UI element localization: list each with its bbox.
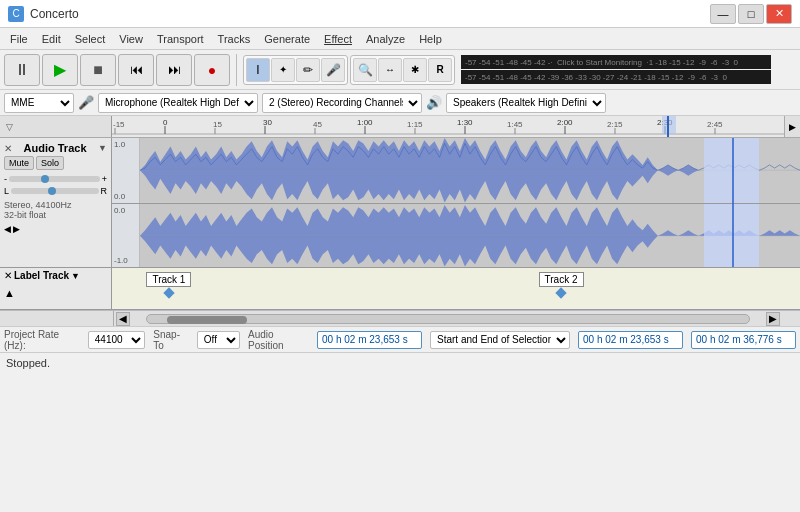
output-select[interactable]: Speakers (Realtek High Definiti [446,93,606,113]
svg-text:-15: -15 [113,120,125,129]
mic-tool[interactable]: 🎤 [321,58,345,82]
audio-track-controls: ✕ Audio Track ▼ Mute Solo - + L [0,138,112,267]
scroll-track[interactable] [146,314,750,324]
svg-text:2:15: 2:15 [607,120,623,129]
pan-left-label: L [4,186,9,196]
audio-track-dropdown[interactable]: ▼ [98,143,107,153]
audio-pos-input[interactable] [317,331,422,349]
pan-slider[interactable] [11,188,98,194]
label-2-diamond [555,287,566,298]
svg-text:0: 0 [163,118,168,127]
close-button[interactable]: ✕ [766,4,792,24]
selection-start-input[interactable] [578,331,683,349]
selection-type-select[interactable]: Start and End of Selection [430,331,570,349]
track-sample-rate: Stereo, 44100Hz [4,200,107,210]
svg-text:2:45: 2:45 [707,120,723,129]
waveform-bottom: 0.0 -1.0 [112,204,800,268]
pause-button[interactable]: ⏸ [4,54,40,86]
svg-text:30: 30 [263,118,272,127]
menu-file[interactable]: File [4,31,34,47]
label-track-content[interactable]: Track 1 Track 2 [112,268,800,308]
skip-back-button[interactable]: ⏮ [118,54,154,86]
minimize-button[interactable]: — [710,4,736,24]
ruler-scroll-right[interactable]: ▶ [784,116,800,137]
skip-fwd-button[interactable]: ⏭ [156,54,192,86]
project-rate-label: Project Rate (Hz): [4,329,80,351]
selection-end-input[interactable] [691,331,796,349]
record-button[interactable]: ● [194,54,230,86]
menu-effect[interactable]: Effect [318,31,358,47]
toolbar-row1: ⏸ ▶ ■ ⏮ ⏭ ● I ✦ ✏ 🎤 🔍 ↔ ✱ R -57 -54 -51 … [0,50,800,90]
menu-view[interactable]: View [113,31,149,47]
menu-edit[interactable]: Edit [36,31,67,47]
selection-tool[interactable]: I [246,58,270,82]
mic-icon: 🎤 [78,95,94,110]
app-icon: C [8,6,24,22]
menu-generate[interactable]: Generate [258,31,316,47]
draw-tool[interactable]: ✏ [296,58,320,82]
svg-text:45: 45 [313,120,322,129]
menu-help[interactable]: Help [413,31,448,47]
project-rate-select[interactable]: 44100 [88,331,146,349]
gain-minus-icon: - [4,174,7,184]
ruler-svg: -15 0 15 30 45 1:00 1:15 [112,116,784,137]
waveform-top: 1.0 0.0 [112,138,800,203]
label-track-close[interactable]: ✕ [4,270,12,281]
track-scroll-left[interactable]: ◀ [4,224,11,234]
label-1-box: Track 1 [146,272,191,287]
menu-tracks[interactable]: Tracks [212,31,257,47]
menu-analyze[interactable]: Analyze [360,31,411,47]
audio-track: ✕ Audio Track ▼ Mute Solo - + L [0,138,800,268]
play-button[interactable]: ▶ [42,54,78,86]
solo-button[interactable]: Solo [36,156,64,170]
mute-button[interactable]: Mute [4,156,34,170]
gain-slider[interactable] [9,176,100,182]
snap-to-select[interactable]: Off [197,331,240,349]
label-track-controls: ✕ Label Track ▼ ▲ [0,268,112,309]
envelope-tool[interactable]: ✦ [271,58,295,82]
maximize-button[interactable]: □ [738,4,764,24]
zoom-tool[interactable]: 🔍 [353,58,377,82]
pan-thumb[interactable] [48,187,56,195]
selection-highlight-bottom [704,204,759,268]
label-track-scroll-up[interactable]: ▲ [4,287,15,299]
svg-text:1:30: 1:30 [457,118,473,127]
stop-button[interactable]: ■ [80,54,116,86]
track-scroll-right[interactable]: ▶ [13,224,20,234]
status-text-bar: Stopped. [0,352,800,372]
status-bar: Project Rate (Hz): 44100 Snap-To Off Aud… [0,326,800,352]
ruler-content: -15 0 15 30 45 1:00 1:15 [112,116,784,137]
label-track-dropdown[interactable]: ▼ [71,271,80,281]
mic-select[interactable]: Microphone (Realtek High Defini [98,93,258,113]
y-bot-min-label: -1.0 [114,256,137,265]
y-mid-top-label: 0.0 [114,192,137,201]
scroll-thumb[interactable] [167,316,247,324]
label-track: ✕ Label Track ▼ ▲ Track 1 Track 2 [0,268,800,310]
timeshift-tool[interactable]: ↔ [378,58,402,82]
vu-row2-label: -57 -54 -51 -48 -45 -42 -39 -36 -33 -30 … [465,73,727,82]
h-scrollbar: ◀ ▶ [0,310,800,326]
scroll-right-arrow[interactable]: ▶ [766,312,780,326]
svg-text:1:00: 1:00 [357,118,373,127]
gain-plus-icon: + [102,174,107,184]
audio-track-close[interactable]: ✕ [4,143,12,154]
track-bit-depth: 32-bit float [4,210,107,220]
window-title: Concerto [30,7,79,21]
label-1: Track 1 [146,268,191,308]
vu-row1-label: -57 -54 -51 -48 -45 -42 -· Click to Star… [465,58,738,67]
menu-select[interactable]: Select [69,31,112,47]
menu-transport[interactable]: Transport [151,31,210,47]
window-controls: — □ ✕ [710,4,792,24]
channels-select[interactable]: 2 (Stereo) Recording Channels [262,93,422,113]
audio-track-content[interactable]: 1.0 0.0 [112,138,800,267]
gain-thumb[interactable] [41,175,49,183]
host-select[interactable]: MME [4,93,74,113]
track-area: ▽ -15 0 15 30 45 [0,116,800,310]
audio-track-name: Audio Track [24,142,87,154]
multi-tool[interactable]: ✱ [403,58,427,82]
ruler-left-label: ▽ [6,122,13,132]
label-track-name: Label Track [14,270,69,281]
r-tool[interactable]: R [428,58,452,82]
scroll-left-arrow[interactable]: ◀ [116,312,130,326]
svg-text:1:15: 1:15 [407,120,423,129]
